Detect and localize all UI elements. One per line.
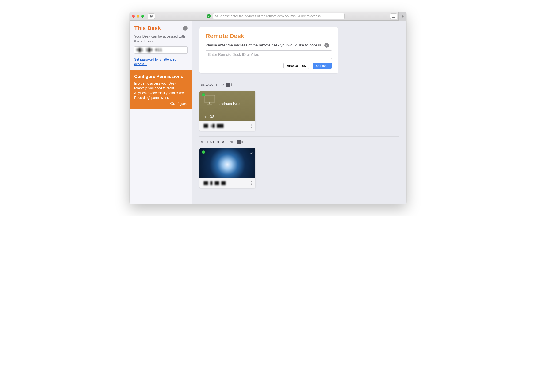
- minimize-window-button[interactable]: [137, 15, 139, 18]
- online-status-icon: [202, 93, 205, 97]
- info-icon[interactable]: i: [183, 26, 188, 31]
- this-desk-title: This Desk: [134, 25, 161, 32]
- recent-session-tile[interactable]: ☆ ██ █ ██ ██: [199, 148, 255, 188]
- tile-id-value: ██ █ ██ ██: [204, 181, 226, 185]
- view-mode-toggle[interactable]: ▴▾: [237, 140, 243, 144]
- recent-sessions-label: RECENT SESSIONS: [199, 140, 235, 144]
- monitor-icon: [204, 95, 215, 105]
- this-desk-address-value: 0█1 1█0 011: [136, 48, 162, 52]
- remote-desk-card: Remote Desk Please enter the address of …: [199, 27, 338, 74]
- tile-preview: - Joshuas-iMac macOS: [199, 91, 255, 121]
- section-divider: [199, 136, 399, 137]
- chevron-updown-icon: ▴▾: [231, 83, 232, 86]
- view-mode-toggle[interactable]: ▴▾: [226, 83, 232, 87]
- remote-desk-id-input[interactable]: [206, 51, 332, 59]
- svg-rect-6: [392, 17, 395, 18]
- configure-permissions-link[interactable]: Configure: [134, 101, 188, 106]
- info-icon[interactable]: i: [324, 43, 329, 48]
- this-desk-address-field[interactable]: 0█1 1█0 011: [134, 47, 188, 54]
- fullscreen-window-button[interactable]: [141, 15, 144, 18]
- svg-rect-4: [392, 15, 395, 15]
- tile-menu-button[interactable]: [250, 180, 253, 187]
- discovered-desk-tile[interactable]: - Joshuas-iMac macOS ██ 1█ ███: [199, 91, 255, 131]
- permissions-banner: Configure Permissions In order to access…: [129, 70, 192, 109]
- remote-desk-title: Remote Desk: [206, 33, 332, 40]
- plus-icon: ＋: [401, 13, 405, 19]
- close-window-button[interactable]: [132, 15, 135, 18]
- online-status-icon: [202, 150, 205, 154]
- svg-rect-7: [204, 95, 215, 102]
- permissions-title: Configure Permissions: [134, 74, 188, 79]
- chevron-updown-icon: ▴▾: [241, 140, 243, 143]
- tile-os-label: macOS: [203, 115, 214, 119]
- recent-section-header: RECENT SESSIONS ▴▾: [199, 140, 399, 144]
- address-book-icon: [150, 14, 153, 18]
- tile-menu-button[interactable]: [250, 122, 253, 129]
- svg-point-2: [216, 15, 217, 17]
- discovered-section-header: DISCOVERED ▴▾: [199, 83, 399, 87]
- svg-rect-5: [392, 16, 395, 16]
- tile-footer: ██ 1█ ███: [199, 121, 255, 131]
- this-desk-subtitle: Your Desk can be accessed with this addr…: [134, 34, 188, 44]
- menu-button[interactable]: [390, 13, 397, 19]
- search-icon: [215, 14, 218, 18]
- app-window: Please enter the address of the remote d…: [129, 12, 407, 204]
- tile-footer: ██ █ ██ ██: [199, 178, 255, 188]
- tile-preview: ☆: [199, 148, 255, 178]
- main-content: Remote Desk Please enter the address of …: [192, 21, 407, 204]
- hamburger-icon: [392, 15, 395, 18]
- favorite-star-icon[interactable]: ☆: [249, 150, 253, 155]
- tile-id-top: -: [219, 95, 240, 101]
- grid-icon: [237, 140, 241, 144]
- discovered-label: DISCOVERED: [199, 83, 224, 87]
- new-tab-button[interactable]: ＋: [398, 12, 407, 21]
- connection-status-icon: [207, 14, 211, 18]
- set-password-link[interactable]: Set password for unattended access...: [134, 57, 188, 66]
- connect-button[interactable]: Connect: [313, 63, 332, 69]
- window-controls: [132, 15, 144, 18]
- svg-point-1: [151, 15, 152, 16]
- svg-line-3: [217, 16, 218, 17]
- grid-icon: [226, 83, 230, 87]
- tile-hostname: Joshuas-iMac: [219, 101, 240, 107]
- browse-files-button[interactable]: Browse Files: [283, 63, 309, 69]
- tile-id-value: ██ 1█ ███: [204, 124, 224, 128]
- remote-desk-subtitle: Please enter the address of the remote d…: [206, 43, 322, 47]
- titlebar: Please enter the address of the remote d…: [129, 12, 407, 21]
- address-book-button[interactable]: [148, 13, 155, 19]
- permissions-body: In order to access your Desk remotely, y…: [134, 81, 188, 100]
- sidebar: This Desk i Your Desk can be accessed wi…: [129, 21, 192, 204]
- search-placeholder: Please enter the address of the remote d…: [220, 14, 322, 18]
- section-divider: [199, 79, 399, 79]
- address-search-input[interactable]: Please enter the address of the remote d…: [213, 13, 345, 19]
